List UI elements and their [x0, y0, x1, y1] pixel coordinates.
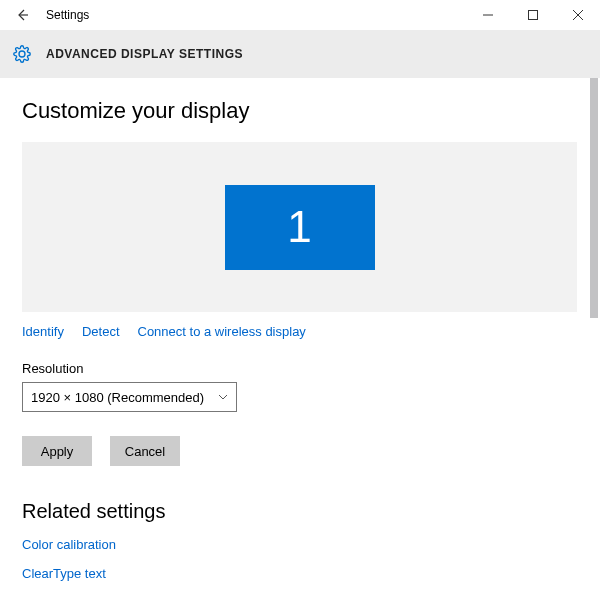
cleartype-link[interactable]: ClearType text: [22, 566, 578, 581]
apply-button[interactable]: Apply: [22, 436, 92, 466]
connect-wireless-link[interactable]: Connect to a wireless display: [138, 324, 306, 339]
related-links: Color calibration ClearType text Advance…: [22, 537, 578, 591]
maximize-button[interactable]: [510, 0, 555, 30]
page-title: Customize your display: [22, 98, 578, 124]
content-area: Customize your display 1 Identify Detect…: [0, 78, 600, 591]
close-button[interactable]: [555, 0, 600, 30]
svg-rect-0: [528, 11, 537, 20]
page-header: ADVANCED DISPLAY SETTINGS: [0, 30, 600, 78]
gear-icon: [12, 44, 32, 64]
titlebar: Settings: [0, 0, 600, 30]
monitor-1[interactable]: 1: [225, 185, 375, 270]
scrollbar-thumb[interactable]: [590, 78, 598, 318]
chevron-down-icon: [218, 392, 228, 402]
header-title: ADVANCED DISPLAY SETTINGS: [46, 47, 243, 61]
related-settings-title: Related settings: [22, 500, 578, 523]
window-title: Settings: [46, 8, 465, 22]
resolution-dropdown[interactable]: 1920 × 1080 (Recommended): [22, 382, 237, 412]
scrollbar[interactable]: [588, 78, 600, 578]
resolution-label: Resolution: [22, 361, 578, 376]
minimize-button[interactable]: [465, 0, 510, 30]
display-preview[interactable]: 1: [22, 142, 577, 312]
back-button[interactable]: [10, 3, 34, 27]
identify-link[interactable]: Identify: [22, 324, 64, 339]
resolution-value: 1920 × 1080 (Recommended): [31, 390, 204, 405]
detect-link[interactable]: Detect: [82, 324, 120, 339]
button-row: Apply Cancel: [22, 436, 578, 466]
color-calibration-link[interactable]: Color calibration: [22, 537, 578, 552]
display-actions: Identify Detect Connect to a wireless di…: [22, 324, 578, 339]
cancel-button[interactable]: Cancel: [110, 436, 180, 466]
window-controls: [465, 0, 600, 30]
